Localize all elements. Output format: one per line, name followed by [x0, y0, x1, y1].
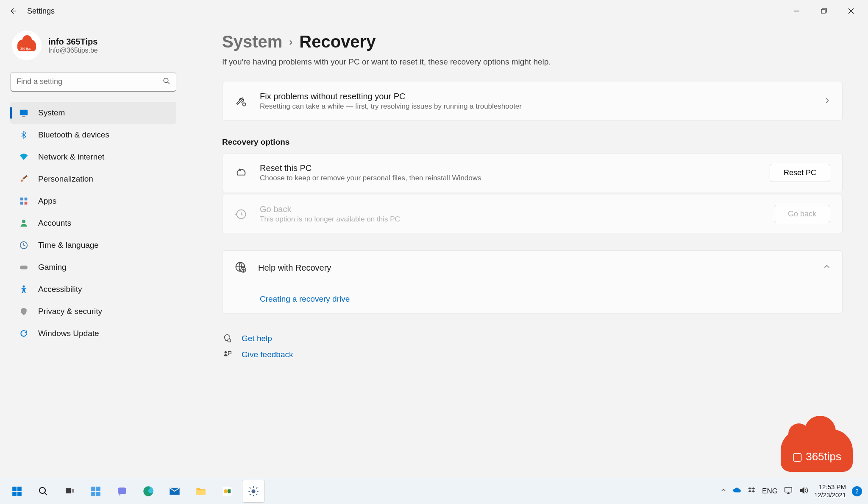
go-back-card: Go back This option is no longer availab…: [222, 195, 843, 233]
taskbar-search-button[interactable]: [32, 480, 54, 502]
notification-badge[interactable]: 2: [852, 486, 862, 496]
language-indicator[interactable]: ENG: [762, 487, 778, 496]
card-title: Fix problems without resetting your PC: [260, 92, 812, 101]
user-name: info 365Tips: [48, 37, 98, 47]
footer-links: Get help Give feedback: [222, 330, 843, 363]
sidebar-item-label: Windows Update: [38, 329, 99, 338]
globe-help-icon: ?: [234, 261, 246, 274]
chevron-right-icon: ›: [289, 36, 292, 48]
sidebar-item-privacy[interactable]: Privacy & security: [10, 300, 176, 322]
help-card-header[interactable]: ? Help with Recovery: [223, 251, 842, 285]
window-title: Settings: [27, 7, 55, 16]
minimize-button[interactable]: [783, 2, 810, 20]
svg-rect-3: [22, 116, 25, 117]
widgets-button[interactable]: [85, 480, 107, 502]
edge-button[interactable]: [137, 480, 159, 502]
sidebar-item-label: Accounts: [38, 218, 71, 228]
task-view-button[interactable]: [58, 480, 81, 502]
svg-rect-6: [20, 202, 23, 205]
sidebar-item-personalization[interactable]: Personalization: [10, 168, 176, 190]
reset-icon: [234, 167, 248, 179]
go-back-button: Go back: [774, 205, 830, 223]
mail-button[interactable]: [164, 480, 186, 502]
svg-rect-24: [66, 488, 71, 493]
sidebar-item-accessibility[interactable]: Accessibility: [10, 278, 176, 300]
svg-rect-22: [17, 492, 22, 496]
close-button[interactable]: [837, 2, 865, 20]
help-icon: [222, 334, 232, 343]
sidebar-item-time-language[interactable]: Time & language: [10, 234, 176, 256]
settings-button[interactable]: [242, 480, 264, 502]
svg-rect-26: [91, 487, 95, 491]
start-button[interactable]: [6, 480, 28, 502]
svg-rect-33: [197, 490, 206, 495]
shield-icon: [19, 306, 29, 316]
svg-point-18: [225, 351, 227, 354]
titlebar: Settings: [0, 0, 868, 22]
clock[interactable]: 12:53 PM 12/23/2021: [814, 483, 846, 499]
display-tray-icon[interactable]: [784, 486, 793, 497]
svg-rect-30: [118, 487, 126, 494]
get-help-link[interactable]: Get help: [242, 334, 272, 343]
clock-time: 12:53 PM: [814, 483, 846, 491]
svg-rect-29: [96, 492, 100, 496]
explorer-button[interactable]: [190, 480, 212, 502]
sidebar-item-label: Time & language: [38, 241, 99, 250]
tray-chevron-icon[interactable]: [721, 487, 726, 495]
recovery-drive-link[interactable]: Creating a recovery drive: [260, 294, 350, 303]
taskbar: ENG 12:53 PM 12/23/2021 2: [0, 478, 868, 504]
svg-rect-2: [20, 110, 28, 115]
clock-globe-icon: [19, 240, 29, 250]
page-subtitle: If you're having problems with your PC o…: [222, 57, 843, 67]
sidebar-item-network[interactable]: Network & internet: [10, 146, 176, 168]
watermark-logo: ▢ 365tips: [781, 429, 853, 472]
svg-point-1: [164, 78, 168, 83]
svg-rect-28: [91, 492, 95, 496]
sidebar-item-label: Accessibility: [38, 285, 82, 294]
section-heading-recovery: Recovery options: [222, 137, 843, 147]
sidebar-item-label: Gaming: [38, 263, 67, 272]
sidebar-item-windows-update[interactable]: Windows Update: [10, 322, 176, 344]
sidebar-item-accounts[interactable]: Accounts: [10, 212, 176, 234]
gamepad-icon: [19, 262, 29, 272]
svg-rect-10: [20, 266, 28, 269]
search-icon: [163, 77, 170, 87]
fix-problems-card[interactable]: Fix problems without resetting your PC R…: [222, 82, 843, 120]
svg-rect-4: [20, 198, 23, 201]
avatar: 365 tips: [12, 31, 42, 60]
accessibility-icon: [19, 284, 29, 294]
feedback-icon: [222, 350, 232, 359]
svg-text:?: ?: [242, 268, 244, 272]
sidebar-item-system[interactable]: System: [10, 102, 176, 124]
reset-pc-button[interactable]: Reset PC: [770, 164, 830, 182]
onedrive-tray-icon[interactable]: [732, 486, 742, 497]
back-button[interactable]: [3, 2, 22, 20]
search-input[interactable]: [10, 72, 176, 92]
user-account[interactable]: 365 tips info 365Tips Info@365tips.be: [10, 27, 176, 70]
sidebar-item-label: Personalization: [38, 174, 93, 184]
sidebar-nav: System Bluetooth & devices Network & int…: [10, 102, 176, 344]
svg-rect-27: [96, 487, 100, 491]
sidebar-item-label: Apps: [38, 196, 56, 206]
volume-tray-icon[interactable]: [799, 486, 808, 497]
give-feedback-link[interactable]: Give feedback: [242, 350, 293, 359]
svg-point-35: [224, 489, 228, 493]
breadcrumb-parent[interactable]: System: [222, 32, 282, 51]
sidebar-item-gaming[interactable]: Gaming: [10, 256, 176, 278]
breadcrumb-current: Recovery: [299, 32, 376, 51]
svg-rect-36: [228, 489, 231, 493]
sidebar-item-bluetooth[interactable]: Bluetooth & devices: [10, 124, 176, 146]
dropbox-tray-icon[interactable]: [748, 486, 756, 496]
maximize-button[interactable]: [810, 2, 837, 20]
paintbrush-icon: [19, 174, 29, 184]
app-button-1[interactable]: [216, 480, 238, 502]
wifi-icon: [19, 152, 29, 162]
card-subtitle: Choose to keep or remove your personal f…: [260, 174, 758, 182]
card-title: Reset this PC: [260, 163, 758, 173]
history-icon: [234, 208, 248, 220]
clock-date: 12/23/2021: [814, 491, 846, 499]
svg-rect-38: [785, 487, 792, 492]
teams-chat-button[interactable]: [111, 480, 133, 502]
card-subtitle: This option is no longer available on th…: [260, 215, 762, 224]
sidebar-item-apps[interactable]: Apps: [10, 190, 176, 212]
